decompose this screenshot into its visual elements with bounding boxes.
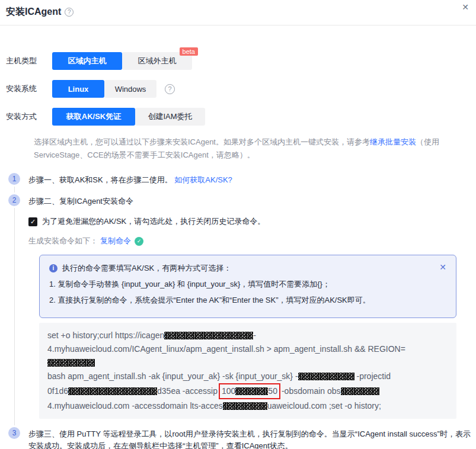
batch-install-link[interactable]: 继承批量安装: [370, 137, 416, 146]
command-text: 4.myhuaweicloud.com/ICAgent_linux/apm_ag…: [47, 344, 405, 354]
step-2-number-badge: 2: [8, 194, 20, 206]
redacted-block: [235, 387, 268, 395]
title-help-icon[interactable]: ?: [65, 8, 74, 17]
step-2-rail: 2: [5, 194, 24, 427]
copy-success-icon: ✓: [135, 237, 143, 246]
step-1-rail: 1: [5, 173, 24, 194]
step-2-body: 步骤二、复制ICAgent安装命令 ✓ 为了避免泄漏您的AK/SK，请勾选此处，…: [24, 194, 476, 427]
host-type-row: 主机类型 区域内主机 区域外主机 beta: [6, 52, 476, 70]
copy-command-link[interactable]: 复制命令: [100, 235, 131, 247]
aksk-alert-line-3: 2. 直接执行复制的命令，系统会提示“Enter the AK”和“Enter …: [49, 294, 432, 306]
os-help-icon[interactable]: ?: [165, 84, 175, 94]
command-text: set +o history;curl https://icagen: [47, 331, 164, 340]
command-text: 100: [222, 386, 235, 396]
close-history-checkbox-label: 为了避免泄漏您的AK/SK，请勾选此处，执行关闭历史记录命令。: [42, 216, 265, 227]
aksk-alert-close-icon[interactable]: ✕: [439, 261, 446, 273]
install-form: 主机类型 区域内主机 区域外主机 beta 安装系统 Linux Windows…: [0, 52, 476, 126]
access-ip-highlight-box: 10050: [219, 383, 280, 399]
method-iam-button[interactable]: 创建IAM委托: [135, 108, 205, 126]
method-row: 安装方式 获取AK/SK凭证 创建IAM委托: [6, 108, 476, 126]
step-connector: [14, 187, 15, 193]
os-windows-button[interactable]: Windows: [104, 80, 156, 98]
command-line-2: 4.myhuaweicloud.com/ICAgent_linux/apm_ag…: [47, 342, 448, 370]
command-line-1: set +o history;curl https://icagen-: [47, 329, 448, 342]
step-3-body: 步骤三、使用 PuTTY 等远程登录工具，以root用户登录待安装主机，执行复制…: [24, 427, 476, 449]
dialog-header: 安装ICAgent ? ✕: [0, 0, 476, 18]
redacted-block: [223, 402, 267, 410]
beta-badge: beta: [180, 47, 198, 56]
command-line-4: 0f1d6d35ea -accessip10050-obsdomain obs: [47, 383, 448, 399]
method-aksk-button[interactable]: 获取AK/SK凭证: [52, 108, 135, 126]
description-text-1: 选择区域内主机，您可以通过以下步骤来安装ICAgent。如果对多个区域内主机一键…: [34, 137, 370, 146]
install-description: 选择区域内主机，您可以通过以下步骤来安装ICAgent。如果对多个区域内主机一键…: [34, 136, 452, 162]
command-text: 50: [268, 386, 277, 396]
aksk-alert-line-1: i 执行的命令需要填写AK/SK，有两种方式可选择：: [49, 262, 432, 274]
os-row: 安装系统 Linux Windows ?: [6, 80, 476, 98]
command-text: 0f1d6: [47, 386, 68, 396]
install-icagent-dialog: 安装ICAgent ? ✕ 主机类型 区域内主机 区域外主机 beta 安装系统…: [0, 0, 476, 449]
command-text: bash apm_agent_install.sh -ak {input_you…: [47, 371, 298, 381]
host-type-in-region-button[interactable]: 区域内主机: [52, 52, 122, 70]
step-2: 2 步骤二、复制ICAgent安装命令 ✓ 为了避免泄漏您的AK/SK，请勾选此…: [5, 194, 476, 427]
host-type-out-region-wrap: 区域外主机 beta: [122, 52, 192, 70]
info-icon: i: [49, 264, 57, 272]
aksk-alert-line-2: 1. 复制命令手动替换 {input_your_ak} 和 {input_you…: [49, 278, 432, 290]
host-type-label: 主机类型: [6, 56, 52, 66]
redacted-block: [47, 359, 95, 367]
how-to-get-aksk-link[interactable]: 如何获取AK/SK?: [174, 175, 232, 184]
redacted-block: [298, 373, 354, 380]
step-1-body: 步骤一、获取AK和SK，将在步骤二使用。 如何获取AK/SK?: [24, 173, 476, 194]
command-text: -projectid: [357, 371, 391, 381]
close-history-checkbox[interactable]: ✓: [28, 217, 37, 226]
header-divider: [0, 25, 476, 25]
step-3-number-badge: 3: [8, 427, 20, 439]
generated-command-label: 生成安装命令如下：: [28, 235, 98, 247]
redacted-block: [341, 387, 379, 395]
method-label: 安装方式: [6, 111, 52, 122]
os-label: 安装系统: [6, 84, 52, 94]
command-text: uaweicloud.com ;set -o history;: [267, 401, 381, 410]
step-connector: [14, 208, 15, 425]
close-icon[interactable]: ✕: [462, 2, 469, 12]
command-line-5: 4.myhuaweicloud.com -accessdomain lts-ac…: [47, 399, 448, 413]
redacted-block: [164, 332, 253, 339]
aksk-alert-text-2: 1. 复制命令手动替换 {input_your_ak} 和 {input_you…: [49, 278, 330, 290]
aksk-info-alert: i 执行的命令需要填写AK/SK，有两种方式可选择： 1. 复制命令手动替换 {…: [39, 255, 456, 318]
install-command-block[interactable]: set +o history;curl https://icagen- 4.my…: [39, 323, 456, 419]
close-history-checkbox-row: ✓ 为了避免泄漏您的AK/SK，请勾选此处，执行关闭历史记录命令。: [28, 216, 476, 227]
generated-command-row: 生成安装命令如下： 复制命令 ✓: [28, 235, 476, 247]
steps-list: 1 步骤一、获取AK和SK，将在步骤二使用。 如何获取AK/SK? 2 步骤二、…: [0, 173, 476, 449]
command-text: -obsdomain obs: [282, 386, 341, 396]
redacted-block: [68, 387, 157, 395]
step-1-text: 步骤一、获取AK和SK，将在步骤二使用。: [28, 175, 172, 184]
command-line-3: bash apm_agent_install.sh -ak {input_you…: [47, 370, 448, 383]
command-text: d35ea -accessip: [157, 386, 218, 396]
aksk-alert-text-3: 2. 直接执行复制的命令，系统会提示“Enter the AK”和“Enter …: [49, 294, 370, 306]
step-2-title: 步骤二、复制ICAgent安装命令: [28, 194, 476, 207]
step-1: 1 步骤一、获取AK和SK，将在步骤二使用。 如何获取AK/SK?: [5, 173, 476, 194]
aksk-alert-text-1: 执行的命令需要填写AK/SK，有两种方式可选择：: [62, 262, 231, 274]
page-title: 安装ICAgent: [6, 6, 61, 18]
step-3-rail: 3: [5, 427, 24, 449]
step-3-text: 步骤三、使用 PuTTY 等远程登录工具，以root用户登录待安装主机，执行复制…: [28, 427, 476, 449]
step-1-number-badge: 1: [8, 173, 20, 185]
command-text: 4.myhuaweicloud.com -accessdomain lts-ac…: [47, 401, 223, 410]
os-linux-button[interactable]: Linux: [52, 80, 104, 98]
step-1-title: 步骤一、获取AK和SK，将在步骤二使用。 如何获取AK/SK?: [28, 173, 476, 186]
step-3: 3 步骤三、使用 PuTTY 等远程登录工具，以root用户登录待安装主机，执行…: [5, 427, 476, 449]
command-text: -: [253, 331, 256, 340]
